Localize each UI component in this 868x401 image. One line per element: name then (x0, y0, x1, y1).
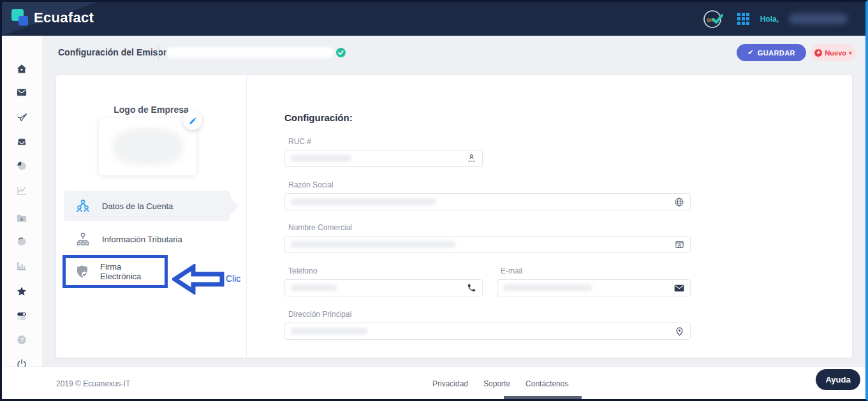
envelope-icon (674, 284, 684, 293)
page-title: Configuración del Emisor (58, 47, 166, 57)
star-icon[interactable] (15, 284, 29, 298)
help-button[interactable]: Ayuda (816, 369, 860, 390)
check-circle-icon (336, 48, 346, 57)
plus-circle-icon: + (814, 49, 822, 57)
emitter-identity-redacted (166, 47, 334, 58)
ecuafact-logo-icon (11, 9, 29, 27)
bar-chart-icon[interactable] (15, 259, 29, 273)
direccion-principal-label: Dirección Principal (288, 310, 351, 319)
save-button[interactable]: ✔ GUARDAR (737, 44, 806, 61)
package-icon[interactable] (15, 235, 29, 249)
direccion-principal-input[interactable] (284, 323, 691, 340)
telefono-input[interactable] (284, 279, 483, 296)
horizontal-scrollbar-thumb[interactable] (504, 396, 582, 399)
sidebar-icon-rail: ? (2, 36, 42, 399)
svg-text:?: ? (20, 337, 24, 343)
check-icon: ✔ (747, 48, 754, 57)
user-folder-icon[interactable] (15, 211, 29, 225)
menu-item-label: Información Tributaria (102, 235, 182, 244)
nombre-comercial-input[interactable] (284, 236, 691, 253)
edit-logo-button[interactable] (183, 111, 202, 130)
menu-item-informacion-tributaria[interactable]: Información Tributaria (64, 224, 230, 254)
home-icon[interactable] (15, 62, 29, 76)
razon-social-input[interactable] (284, 193, 691, 210)
panel-divider (246, 75, 247, 358)
breadcrumb-divider (158, 45, 159, 61)
map-pin-icon (675, 326, 684, 337)
new-button[interactable]: + Nuevo ▾ (811, 44, 856, 61)
email-value-redacted (503, 284, 592, 291)
settings-card: Logo de Empresa Datos de la Cuenta (56, 75, 852, 358)
company-logo-redacted (113, 128, 183, 165)
pencil-icon (189, 117, 197, 125)
new-button-label: Nuevo (825, 49, 846, 57)
app-logo[interactable]: Ecuafact (11, 9, 94, 27)
id-card-icon (675, 240, 684, 249)
page-toolbar: Configuración del Emisor ✔ GUARDAR + Nue… (2, 40, 865, 66)
ecuafact-window: Ecuafact SRI Hola, (0, 0, 868, 401)
firma-electronica-highlight-box[interactable]: Firma Electrónica (63, 255, 168, 288)
line-chart-icon[interactable] (15, 184, 29, 198)
company-logo-title: Logo de Empresa (56, 105, 246, 115)
ruc-label: RUC # (288, 137, 311, 146)
ruc-value-redacted (291, 155, 351, 162)
form-title: Configuración: (284, 112, 353, 123)
nombre-comercial-label: Nombre Comercial (288, 223, 352, 232)
help-icon[interactable]: ? (15, 333, 29, 347)
chevron-down-icon: ▾ (849, 50, 852, 56)
mail-icon[interactable] (15, 85, 29, 99)
menu-item-datos-de-la-cuenta[interactable]: Datos de la Cuenta (64, 191, 230, 221)
razon-social-value-redacted (291, 198, 436, 205)
sri-check-badge-icon[interactable]: SRI (702, 7, 727, 31)
top-navigation-bar: Ecuafact SRI Hola, (2, 2, 865, 36)
globe-icon (674, 197, 684, 207)
email-input[interactable] (497, 279, 691, 296)
menu-item-label: Datos de la Cuenta (102, 201, 173, 211)
annotation-clic-label: Clic (226, 273, 240, 284)
save-button-label: GUARDAR (758, 49, 795, 57)
direccion-value-redacted (291, 328, 367, 335)
org-chart-icon (75, 231, 91, 247)
inbox-icon[interactable] (15, 135, 29, 149)
menu-item-firma-electronica: Firma Electrónica (100, 262, 165, 281)
copyright-text: 2019 © Ecuanexus-IT (56, 379, 130, 388)
annotation-arrow-left-icon (172, 264, 224, 295)
app-title: Ecuafact (34, 10, 94, 26)
toggle-icon[interactable] (15, 309, 29, 323)
hierarchy-user-icon (467, 154, 476, 163)
team-icon (75, 198, 91, 214)
shield-check-icon (75, 264, 90, 279)
greeting-text: Hola, (760, 15, 779, 24)
telefono-label: Teléfono (288, 266, 317, 275)
apps-grid-icon[interactable] (737, 13, 750, 26)
phone-icon (467, 283, 476, 293)
send-icon[interactable] (15, 110, 29, 124)
footer-link-soporte[interactable]: Soporte (483, 379, 510, 388)
nombre-comercial-value-redacted (291, 241, 455, 248)
company-logo-preview (99, 118, 196, 175)
page-footer: 2019 © Ecuanexus-IT Privacidad Soporte C… (2, 367, 865, 400)
telefono-value-redacted (291, 284, 337, 291)
pie-chart-icon[interactable] (15, 159, 29, 173)
razon-social-label: Razón Social (288, 180, 334, 189)
email-label: E-mail (501, 266, 522, 275)
user-name-redacted (789, 13, 848, 24)
footer-link-privacidad[interactable]: Privacidad (432, 379, 468, 388)
footer-link-contactenos[interactable]: Contáctenos (526, 379, 568, 388)
ruc-input[interactable] (284, 150, 483, 167)
